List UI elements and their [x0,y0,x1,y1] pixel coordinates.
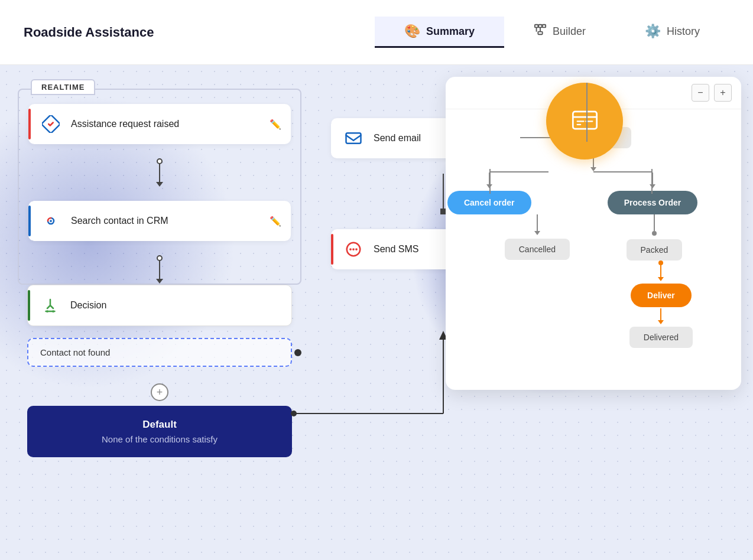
packed-node: Packed [627,239,683,261]
main-content: REALTIME Assistance request raised ✏️ [0,65,753,560]
svg-point-14 [355,248,358,250]
email-icon [343,128,364,149]
process-order-node[interactable]: Process Order [608,191,698,214]
search-crm-icon [40,210,61,232]
node-send-email-label: Send email [374,133,421,144]
tab-builder-label: Builder [553,25,586,38]
svg-point-12 [349,248,352,250]
node-search-edit[interactable]: ✏️ [270,216,281,227]
arrow-deliver [658,261,664,281]
realtime-label: REALTIME [31,79,95,95]
tab-summary[interactable]: 🎨 Summary [375,17,504,48]
node-trigger-label: Assistance request raised [71,119,179,129]
arrow-delivered [658,308,664,324]
svg-point-7 [50,220,52,222]
node-trigger[interactable]: Assistance request raised ✏️ [28,104,291,144]
add-condition-area: + [18,379,301,406]
trigger-icon [40,113,61,135]
cancelled-node: Cancelled [505,239,570,260]
svg-rect-19 [573,111,596,128]
svg-rect-10 [346,133,361,144]
sms-icon [343,239,364,260]
node-decision-label: Decision [70,300,106,311]
condition-connector [294,349,301,356]
node-search-label: Search contact in CRM [71,216,168,226]
node-left-bar-red [28,109,31,139]
realtime-container: REALTIME Assistance request raised ✏️ [18,89,301,285]
svg-rect-5 [538,32,542,35]
node-sms-bar [331,234,333,265]
node-left-bar-green [28,290,30,321]
svg-point-13 [352,248,355,250]
node-decision[interactable]: Decision [27,285,292,326]
decision-icon [40,295,61,316]
default-node-subtitle: None of the conditions satisfy [39,434,280,444]
deliver-node[interactable]: Deliver [631,284,692,307]
tab-builder[interactable]: Builder [504,16,615,48]
nav-tabs: 🎨 Summary Builder ⚙️ History [375,16,729,48]
node-search[interactable]: Search contact in CRM ✏️ [28,201,291,241]
delivered-node: Delivered [629,327,693,348]
tab-history-label: History [667,25,700,38]
condition-node[interactable]: Contact not found [27,338,292,367]
condition-label: Contact not found [40,347,110,357]
svg-rect-1 [538,25,542,28]
arrow-1 [19,158,300,187]
app-title: Roadside Assistance [24,25,375,40]
od-connector-line [586,83,588,142]
history-icon: ⚙️ [645,24,661,39]
svg-point-8 [46,310,48,312]
node-left-bar-blue [28,206,31,236]
orange-circle-button[interactable] [546,83,623,159]
node-send-sms-label: Send SMS [374,244,418,255]
browser-icon [569,104,601,139]
svg-rect-0 [535,25,538,28]
zoom-out-button[interactable]: − [692,84,709,102]
header: Roadside Assistance 🎨 Summary Builder ⚙️… [0,0,753,65]
zoom-in-button[interactable]: + [714,84,732,102]
default-node[interactable]: Default None of the conditions satisfy [27,406,292,457]
summary-icon: 🎨 [404,24,420,39]
add-condition-button[interactable]: + [151,383,168,401]
svg-rect-2 [543,25,546,28]
default-node-title: Default [39,419,280,431]
builder-icon [534,23,547,40]
tab-history[interactable]: ⚙️ History [615,17,729,48]
arrow-2 [19,255,300,284]
cancel-order-node[interactable]: Cancel order [447,191,531,214]
tab-summary-label: Summary [426,25,475,38]
node-trigger-edit[interactable]: ✏️ [270,119,281,130]
svg-point-9 [52,310,54,312]
workflow-panel: REALTIME Assistance request raised ✏️ [0,65,319,560]
